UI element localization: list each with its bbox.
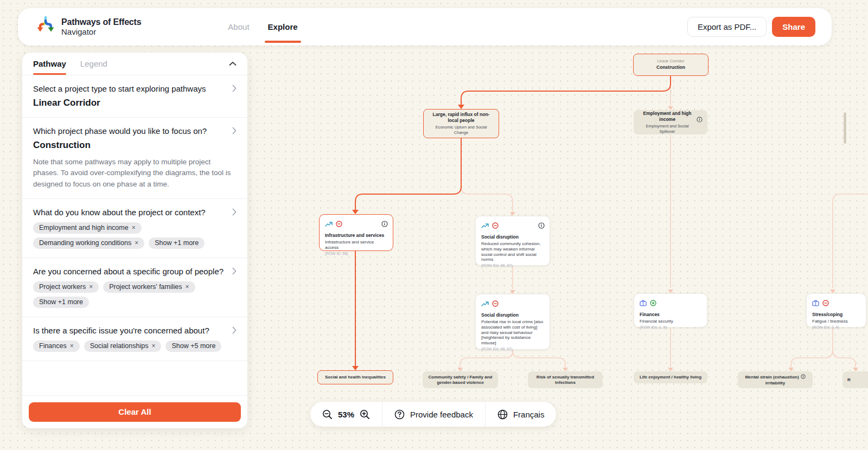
chip-demanding-working-conditions[interactable]: Demanding working conditions× (33, 237, 144, 249)
language-button[interactable]: Français (485, 402, 557, 427)
nav-tab-explore[interactable]: Explore (268, 8, 298, 46)
node-stress-coping[interactable]: Stress/coping Fatigue / tiredness (ROW I… (806, 293, 866, 327)
info-icon[interactable] (381, 220, 388, 229)
node-infrastructure-services[interactable]: Infrastructure and services Infrastructu… (319, 214, 393, 251)
chip-label: Show +1 more (155, 239, 199, 247)
chip-label: Show +1 more (39, 298, 83, 306)
info-icon[interactable] (801, 374, 806, 381)
node-social-health-inequalities[interactable]: Social and health inequalities (317, 370, 393, 384)
chip-remove-icon[interactable]: × (132, 224, 136, 232)
zoom-out-icon[interactable] (322, 409, 333, 420)
chip-employment-high-income[interactable]: Employment and high income× (33, 222, 142, 234)
chip-remove-icon[interactable]: × (151, 342, 155, 350)
question-row[interactable]: What do you know about the project or co… (33, 207, 237, 218)
chip-label: Show +5 more (171, 342, 215, 350)
chip-remove-icon[interactable]: × (135, 239, 138, 247)
chevron-right-icon (232, 208, 237, 218)
question-row[interactable]: Which project phase would you like to fo… (33, 126, 237, 137)
tab-legend[interactable]: Legend (80, 53, 107, 75)
node-subtitle: Employment and Social Spillover (639, 124, 695, 134)
brand[interactable]: Pathways of Effects Navigator (34, 15, 141, 39)
chip-label: Employment and high income (39, 224, 129, 232)
node-row-id: (ROW IDs: 66, 67) (481, 347, 544, 351)
app-logo-icon (34, 15, 56, 39)
question-label: Is there a specific issue you're concern… (33, 325, 209, 336)
chip-show-more-context[interactable]: Show +1 more (149, 237, 205, 249)
briefcase-icon (640, 299, 647, 308)
chip-show-more-groups[interactable]: Show +1 more (33, 297, 89, 308)
node-community-safety[interactable]: Community safety / Family and gender-bas… (423, 371, 498, 388)
question-circle-icon (394, 409, 405, 420)
feedback-button[interactable]: Provide feedback (382, 402, 485, 427)
canvas-toolbar: 53% Provide feedback Français (310, 402, 556, 427)
node-subtitle: Infrastructure and service access (325, 240, 387, 250)
info-icon[interactable] (538, 221, 545, 231)
node-title: Finances (640, 312, 701, 318)
node-social-disruption-1[interactable]: Social disruption Reduced community cohe… (475, 216, 550, 266)
node-title: Social disruption (481, 312, 544, 318)
node-row-id: (ROW IDs: 66, 67) (481, 263, 544, 267)
brand-subtitle: Navigator (61, 27, 141, 36)
selected-project-phase: Construction (33, 140, 237, 151)
brand-title: Pathways of Effects (61, 17, 141, 27)
zoom-in-icon[interactable] (360, 409, 370, 420)
info-icon[interactable] (697, 115, 703, 125)
node-subtitle: Reduced community cohesion, which may we… (481, 241, 544, 262)
node-row-id: (ROW IDs: 3, 4) (812, 325, 860, 329)
chip-finances[interactable]: Finances× (33, 340, 80, 352)
chip-project-workers[interactable]: Project workers× (33, 281, 99, 293)
node-title: Large, rapid influx of non-local people (429, 112, 493, 124)
node-title: Community safety / Family and gender-bas… (427, 375, 493, 385)
section-project-phase: Which project phase would you like to fo… (22, 118, 247, 199)
main-nav: About Explore (228, 8, 297, 46)
node-title: Infrastructure and services (325, 233, 387, 239)
chevron-right-icon (232, 326, 237, 336)
node-title: Risk of sexually transmitted infections (533, 375, 598, 385)
chip-remove-icon[interactable]: × (89, 283, 93, 291)
chevron-right-icon (232, 267, 237, 277)
app-header: Pathways of Effects Navigator About Expl… (18, 8, 832, 46)
node-title: Employment and high income (639, 111, 695, 123)
chip-label: Project workers' families (109, 283, 182, 291)
collapse-panel-icon[interactable] (229, 61, 237, 66)
node-finances[interactable]: Finances Financial security (ROW IDs: 1,… (634, 293, 707, 327)
node-cut-right[interactable]: R (843, 371, 868, 388)
tab-pathway[interactable]: Pathway (33, 53, 66, 75)
chip-remove-icon[interactable]: × (70, 342, 74, 350)
node-social-disruption-2[interactable]: Social disruption Potential rise in loca… (475, 294, 550, 350)
question-row[interactable]: Are you concerned about a specific group… (33, 266, 237, 277)
chip-remove-icon[interactable]: × (186, 283, 189, 291)
node-mental-strain[interactable]: Mental strain (exhaustion) irritability (738, 371, 813, 388)
node-title: Social disruption (481, 234, 544, 240)
node-life-enjoyment[interactable]: Life enjoyment / healthy living (634, 371, 707, 383)
node-influx[interactable]: Large, rapid influx of non-local people … (423, 109, 499, 138)
plus-circle-icon (650, 299, 656, 308)
node-title: Construction (656, 65, 685, 70)
node-construction-root[interactable]: Linear Corridor Construction (633, 54, 709, 76)
feedback-label: Provide feedback (410, 410, 473, 419)
export-pdf-button[interactable]: Export as PDF... (687, 17, 767, 37)
node-risk-sti[interactable]: Risk of sexually transmitted infections (528, 371, 603, 388)
node-title: Life enjoyment / healthy living (640, 375, 701, 380)
share-button[interactable]: Share (772, 17, 815, 37)
chip-label: Demanding working conditions (39, 239, 131, 247)
question-row[interactable]: Is there a specific issue you're concern… (33, 325, 237, 336)
node-title: Social and health inequalities (325, 375, 386, 380)
node-employment-high-income[interactable]: Employment and high income Employment an… (634, 110, 707, 134)
trend-up-icon (481, 299, 489, 309)
node-row-id: (ROW ID: 68) (325, 252, 387, 255)
nav-tab-about[interactable]: About (228, 8, 249, 46)
zoom-level: 53% (338, 410, 354, 419)
clear-all-button[interactable]: Clear All (29, 402, 241, 422)
chip-social-relationships[interactable]: Social relationships× (84, 340, 162, 352)
canvas-scrollbar[interactable] (844, 112, 846, 144)
question-row[interactable]: Select a project type to start exploring… (33, 83, 237, 94)
question-label: Which project phase would you like to fo… (33, 126, 207, 137)
chevron-right-icon (232, 127, 237, 137)
minus-circle-icon (492, 221, 499, 231)
node-title: R (847, 377, 851, 383)
chip-show-more-issues[interactable]: Show +5 more (165, 340, 221, 352)
chip-project-workers-families[interactable]: Project workers' families× (103, 281, 195, 293)
node-title-line2: irritability (765, 381, 785, 386)
trend-up-icon (325, 220, 333, 229)
